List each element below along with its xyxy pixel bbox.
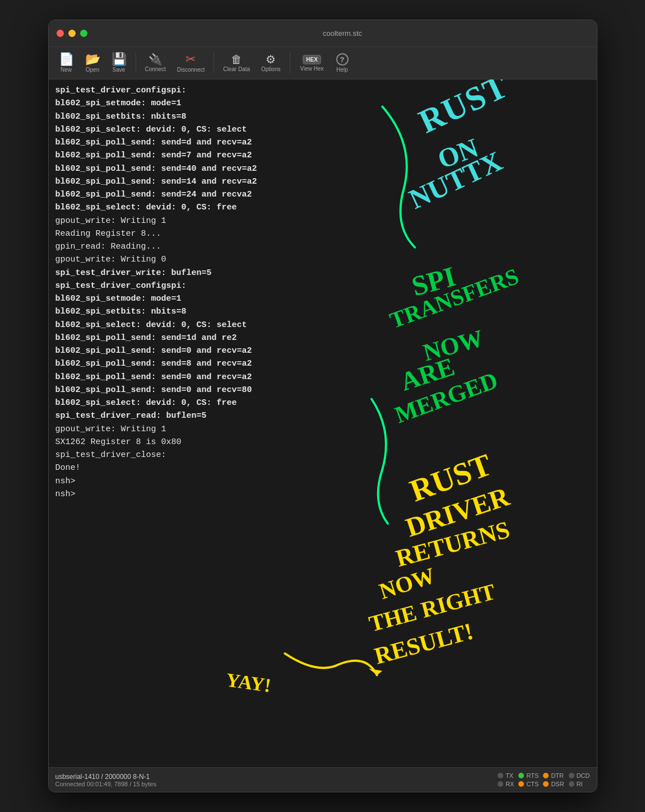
- view-hex-button[interactable]: HEX View Hex: [295, 53, 330, 74]
- maximize-button[interactable]: [80, 30, 87, 37]
- tx-dot: [498, 773, 503, 778]
- connect-label: Connect: [145, 66, 166, 72]
- dcd-ri-col: DCD RI: [569, 772, 590, 787]
- rx-label: RX: [505, 781, 514, 787]
- dsr-indicator: DSR: [543, 781, 564, 787]
- terminal-line: bl602_spi_poll_send: send=d and recv=a2: [55, 136, 590, 149]
- dcd-indicator: DCD: [569, 772, 590, 779]
- new-button[interactable]: 📄 New: [54, 51, 78, 75]
- rx-indicator: RX: [498, 781, 514, 787]
- terminal-line: bl602_spi_poll_send: send=7 and recv=a2: [55, 149, 590, 162]
- rts-label: RTS: [526, 772, 539, 779]
- terminal-line: bl602_spi_select: devid: 0, CS: select: [55, 319, 590, 332]
- terminal-line: bl602_spi_poll_send: send=8 and recv=a2: [55, 357, 590, 370]
- new-label: New: [61, 67, 72, 73]
- status-indicators: TX RX RTS CTS DT: [498, 772, 590, 787]
- open-button[interactable]: 📂 Open: [81, 51, 105, 75]
- ri-dot: [569, 781, 574, 787]
- terminal-line: spi_test_driver_configspi:: [55, 84, 590, 97]
- ri-label: RI: [577, 781, 583, 787]
- rx-dot: [498, 781, 503, 787]
- toolbar-separator-1: [136, 53, 136, 73]
- main-window: coolterm.stc 📄 New 📂 Open 💾 Save 🔌 Conne…: [48, 20, 597, 792]
- terminal-line: bl602_spi_setmode: mode=1: [55, 97, 590, 110]
- svg-text:NOW: NOW: [376, 563, 438, 604]
- terminal-line: spi_test_driver_read: buflen=5: [55, 409, 590, 422]
- hex-badge: HEX: [303, 55, 321, 64]
- ri-indicator: RI: [569, 781, 590, 787]
- toolbar-separator-2: [214, 53, 214, 73]
- cts-dot: [518, 781, 524, 787]
- terminal-line: bl602_spi_select: devid: 0, CS: free: [55, 396, 590, 409]
- dsr-label: DSR: [551, 781, 564, 787]
- dtr-indicator: DTR: [543, 772, 564, 779]
- disconnect-button[interactable]: ✂ Disconnect: [173, 51, 209, 75]
- titlebar: coolterm.stc: [49, 20, 597, 47]
- terminal-line: nsh>: [55, 475, 590, 488]
- help-button[interactable]: ? Help: [332, 51, 353, 75]
- dcd-label: DCD: [577, 772, 590, 779]
- dtr-dsr-col: DTR DSR: [543, 772, 564, 787]
- terminal-line: bl602_spi_poll_send: send=0 and recv=a2: [55, 371, 590, 384]
- status-left: usbserial-1410 / 2000000 8-N-1 Connected…: [55, 773, 498, 787]
- terminal-line: bl602_spi_poll_send: send=0 and recv=a2: [55, 344, 590, 357]
- view-hex-label: View Hex: [300, 66, 324, 72]
- terminal-line: bl602_spi_poll_send: send=1d and re2: [55, 332, 590, 344]
- terminal-line: nsh>: [55, 488, 590, 501]
- rts-dot: [518, 773, 524, 778]
- dtr-dot: [543, 773, 549, 778]
- terminal-line: gpout_write: Writing 1: [55, 423, 590, 436]
- terminal-output: spi_test_driver_configspi:bl602_spi_setm…: [55, 84, 590, 501]
- options-label: Options: [261, 66, 280, 72]
- options-icon: ⚙: [266, 54, 276, 65]
- terminal-line: spi_test_driver_close:: [55, 449, 590, 461]
- tx-label: TX: [505, 772, 513, 779]
- terminal-line: gpout_write: Writing 0: [55, 253, 590, 266]
- save-label: Save: [113, 67, 126, 73]
- close-button[interactable]: [57, 30, 64, 37]
- terminal-line: Reading Register 8...: [55, 227, 590, 240]
- connection-info: usbserial-1410 / 2000000 8-N-1: [55, 773, 498, 781]
- connect-icon: 🔌: [149, 54, 163, 65]
- terminal-line: bl602_spi_poll_send: send=40 and recv=a2: [55, 162, 590, 175]
- toolbar: 📄 New 📂 Open 💾 Save 🔌 Connect ✂ Disconne…: [49, 47, 597, 80]
- bytes-info: Connected 00:01:49, 7898 / 15 bytes: [55, 781, 498, 787]
- svg-marker-15: [369, 669, 382, 675]
- svg-text:RESULT!: RESULT!: [371, 618, 475, 669]
- clear-data-label: Clear Data: [223, 66, 250, 72]
- disconnect-label: Disconnect: [177, 67, 205, 73]
- svg-text:YAY!: YAY!: [224, 669, 272, 697]
- clear-data-button[interactable]: 🗑 Clear Data: [219, 52, 254, 74]
- toolbar-separator-3: [290, 53, 290, 73]
- cts-label: CTS: [526, 781, 539, 787]
- terminal-line: spi_test_driver_write: buflen=5: [55, 267, 590, 279]
- terminal-area[interactable]: spi_test_driver_configspi:bl602_spi_setm…: [49, 80, 597, 767]
- svg-text:RETURNS: RETURNS: [393, 516, 512, 572]
- cts-indicator: CTS: [518, 781, 539, 787]
- save-button[interactable]: 💾 Save: [107, 51, 131, 75]
- terminal-line: gpout_write: Writing 1: [55, 214, 590, 227]
- window-title: coolterm.stc: [96, 29, 589, 38]
- clear-data-icon: 🗑: [231, 54, 242, 65]
- terminal-line: bl602_spi_poll_send: send=24 and recva2: [55, 188, 590, 201]
- connect-button[interactable]: 🔌 Connect: [141, 52, 170, 74]
- options-button[interactable]: ⚙ Options: [257, 52, 285, 74]
- open-icon: 📂: [85, 53, 100, 66]
- open-label: Open: [86, 67, 99, 73]
- dsr-dot: [543, 781, 549, 787]
- terminal-line: bl602_spi_setbits: nbits=8: [55, 110, 590, 123]
- terminal-line: spi_test_driver_configspi:: [55, 279, 590, 292]
- save-icon: 💾: [112, 53, 127, 66]
- tx-indicator: TX: [498, 772, 514, 779]
- tx-rx-col: TX RX: [498, 772, 514, 787]
- disconnect-icon: ✂: [185, 53, 196, 66]
- rts-cts-col: RTS CTS: [518, 772, 539, 787]
- terminal-line: bl602_spi_select: devid: 0, CS: select: [55, 123, 590, 136]
- terminal-line: bl602_spi_poll_send: send=0 and recv=80: [55, 384, 590, 396]
- dtr-label: DTR: [551, 772, 564, 779]
- terminal-line: bl602_spi_setbits: nbits=8: [55, 305, 590, 318]
- new-icon: 📄: [59, 53, 74, 66]
- help-icon: ?: [336, 53, 349, 66]
- minimize-button[interactable]: [68, 30, 76, 37]
- help-label: Help: [336, 67, 348, 73]
